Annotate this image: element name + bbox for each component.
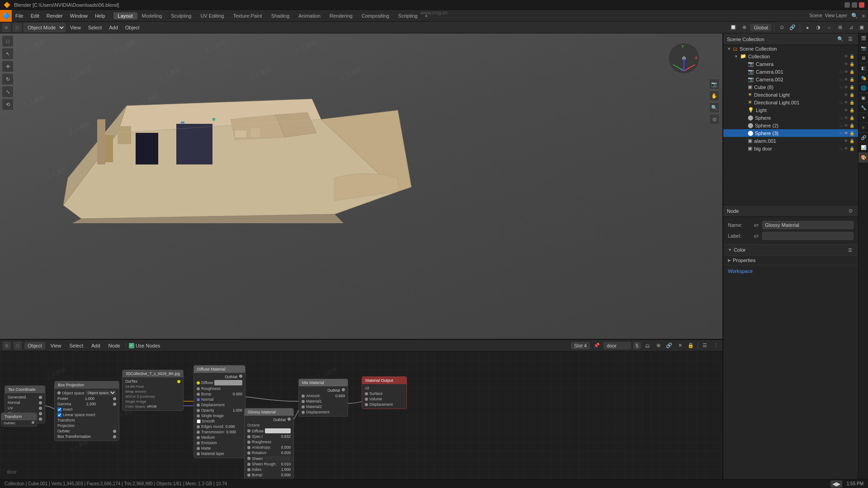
outliner-item-alarm001[interactable]: ▣ alarm.001 👁 🔒 xyxy=(723,137,858,145)
zoom-tool[interactable]: 🔍 xyxy=(709,102,720,113)
physics-tab[interactable]: ⚛ xyxy=(859,123,868,133)
outliner-item-camera002[interactable]: 📷 Camera.002 ↑↓ 👁 🔒 xyxy=(723,75,858,83)
color-section-list-icon[interactable]: ☰ xyxy=(846,246,854,253)
glossy-material-node[interactable]: Glossy Material OutMat Octane Diffuse xyxy=(244,408,294,479)
workspace-tab-add[interactable]: + xyxy=(422,12,430,19)
object-menu[interactable]: Object xyxy=(123,24,142,31)
data-tab[interactable]: 📊 xyxy=(859,143,868,153)
scale-tool[interactable]: ⤡ xyxy=(2,86,14,98)
snap-icon[interactable]: 🔲 xyxy=(729,23,738,32)
material-select[interactable]: door xyxy=(604,342,631,349)
material-number[interactable]: 5 xyxy=(633,342,641,349)
object-mode-select[interactable]: Object Mode xyxy=(24,23,66,32)
workspace-tab-animation[interactable]: Animation xyxy=(294,12,325,19)
material-options-icon[interactable]: ⊕ xyxy=(654,342,662,350)
outliner-item-scene-collection[interactable]: ▼ 🗂 Scene Collection xyxy=(723,45,858,52)
output-properties-tab[interactable]: 🖥 xyxy=(859,53,868,63)
workspace-button[interactable]: Workspace xyxy=(723,265,858,277)
transform-pivot-icon[interactable]: ⊕ xyxy=(740,23,749,32)
xray-toggle[interactable]: ▣ xyxy=(857,23,866,32)
transform-node[interactable]: Transform OutVec xyxy=(1,413,37,427)
scene-settings-tab[interactable]: 🎭 xyxy=(859,73,868,83)
grab-tool[interactable]: ✋ xyxy=(709,90,720,101)
minimize-button[interactable] xyxy=(844,2,850,8)
link-material-icon[interactable]: 🔗 xyxy=(665,342,673,350)
select-box-tool[interactable]: □ xyxy=(2,35,14,47)
edit-menu-item[interactable]: Edit xyxy=(27,12,43,19)
window-menu-item[interactable]: Window xyxy=(66,12,91,19)
properties-section-toggle[interactable]: ▶ Properties xyxy=(723,256,858,265)
workspace-tab-modeling[interactable]: Modeling xyxy=(137,12,167,19)
scene-properties-tab[interactable]: 🎬 xyxy=(859,33,868,43)
constraints-tab[interactable]: 🔗 xyxy=(859,133,868,143)
node-editor-type-icon[interactable]: ⊙ xyxy=(3,342,11,350)
material-tab[interactable]: 🎨 xyxy=(859,153,868,163)
outliner-item-collection[interactable]: ▼ 📁 Collection 👁 🔒 xyxy=(723,52,858,60)
viewport-shading-rendered[interactable]: ○ xyxy=(825,23,834,32)
workspace-tab-layout[interactable]: Layout xyxy=(113,12,137,19)
help-menu-item[interactable]: Help xyxy=(91,12,109,19)
mapping-node[interactable]: Box Projection Object space Object space… xyxy=(54,381,119,441)
move-tool[interactable]: ✛ xyxy=(2,61,14,72)
snap-toggle[interactable]: 🔗 xyxy=(788,23,797,32)
outliner-item-sphere[interactable]: ⬤ Sphere ↑↓ 👁 🔒 xyxy=(723,114,858,122)
node-name-input[interactable] xyxy=(762,221,854,229)
close-button[interactable] xyxy=(859,2,864,8)
object-tab[interactable]: ▣ xyxy=(859,93,868,103)
viewport-editor-type[interactable]: □ xyxy=(13,23,22,32)
browse-material-icon[interactable]: 🗂 xyxy=(643,342,651,350)
color-section-toggle[interactable]: ▼ Color ☰ xyxy=(723,244,858,256)
workspace-tab-rendering[interactable]: Rendering xyxy=(325,12,357,19)
outliner-filter-icon[interactable]: 🔍 xyxy=(836,35,844,43)
material-output-node[interactable]: Material Output All Surface Volume xyxy=(362,376,407,409)
search-icon[interactable]: 🔍 xyxy=(850,11,859,20)
view-menu[interactable]: View xyxy=(67,24,84,31)
gizmo-icon[interactable]: ⊿ xyxy=(846,23,855,32)
render-menu-item[interactable]: Render xyxy=(43,12,66,19)
viewport-shading-material[interactable]: ◑ xyxy=(814,23,823,32)
node-view-menu[interactable]: View xyxy=(48,343,64,349)
file-menu-item[interactable]: File xyxy=(12,12,27,19)
outliner-item-camera001[interactable]: 📷 Camera.001 ↑↓ 👁 🔒 xyxy=(723,68,858,75)
modifier-tab[interactable]: 🔧 xyxy=(859,103,868,113)
node-add-menu[interactable]: Add xyxy=(89,343,103,349)
node-label-input[interactable] xyxy=(762,232,854,240)
image-texture-node[interactable]: 3DCollective_T_s_0029_BK.jpg OutTex 16-B… xyxy=(122,370,184,411)
node-editor-menu[interactable]: ⋮ xyxy=(712,342,720,350)
transform-tool[interactable]: ⟲ xyxy=(2,99,14,110)
material-pin-icon[interactable]: 📌 xyxy=(593,342,601,350)
outliner-item-dir-light[interactable]: ☀ Directional Light 👁 🔒 xyxy=(723,91,858,99)
particles-tab[interactable]: ✦ xyxy=(859,113,868,123)
select-menu[interactable]: Select xyxy=(85,24,105,31)
workspace-tab-compositing[interactable]: Compositing xyxy=(357,12,394,19)
use-nodes-checkbox[interactable]: ✓ Use Nodes xyxy=(129,343,160,348)
outliner-item-sphere2[interactable]: ⬤ Sphere (2) ↑↓ 👁 🔒 xyxy=(723,122,858,129)
outliner-item-dir-light001[interactable]: ☀ Directional Light.001 ↑↓ 👁 🔒 xyxy=(723,99,858,106)
add-menu[interactable]: Add xyxy=(106,24,121,31)
outliner-item-light[interactable]: 💡 Light 👁 🔒 xyxy=(723,106,858,114)
outliner-options-icon[interactable]: ☰ xyxy=(846,35,854,43)
lock-material-icon[interactable]: 🔒 xyxy=(687,342,695,350)
cursor-tool[interactable]: ↖ xyxy=(2,48,14,60)
maximize-button[interactable] xyxy=(852,2,857,8)
node-select-menu[interactable]: Select xyxy=(66,343,86,349)
camera-view-button[interactable]: 📷 xyxy=(709,79,720,89)
workspace-tab-uv-editing[interactable]: UV Editing xyxy=(196,12,228,19)
node-editor-mode[interactable]: Object xyxy=(24,342,45,349)
rotate-tool[interactable]: ↻ xyxy=(2,73,14,85)
node-editor-icon2[interactable]: □ xyxy=(14,342,22,350)
workspace-tab-texture-paint[interactable]: Texture Paint xyxy=(228,12,266,19)
viewport-mode-icon[interactable]: ⊙ xyxy=(2,23,11,32)
workspace-tab-scripting[interactable]: Scripting xyxy=(394,12,422,19)
slot-select[interactable]: Slot 4 xyxy=(571,342,590,349)
filter-icon[interactable]: ≡ xyxy=(859,11,868,20)
view-layer-properties-tab[interactable]: ◧ xyxy=(859,63,868,73)
node-menu[interactable]: Node xyxy=(106,343,123,349)
diffuse-material-node[interactable]: Diffuse Material OutMat Diffuse Rough xyxy=(193,365,245,458)
outliner-item-sphere3[interactable]: ⬤ Sphere (3) ↑↓ 👁 🔒 xyxy=(723,129,858,137)
render-properties-tab[interactable]: 📷 xyxy=(859,43,868,53)
unlink-material-icon[interactable]: ✕ xyxy=(676,342,684,350)
viewport-shading-solid[interactable]: ● xyxy=(803,23,812,32)
orbit-tool[interactable]: ⊙ xyxy=(709,114,720,125)
outliner-item-cube8[interactable]: ▣ Cube (8) ↑↓ 👁 🔒 xyxy=(723,83,858,91)
